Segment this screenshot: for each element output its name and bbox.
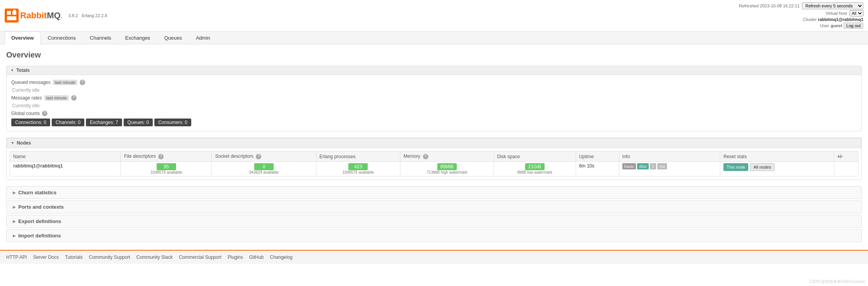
currently-idle-2: Currently idle [12,103,857,108]
tab-exchanges[interactable]: Exchanges [119,31,157,44]
col-info: Info [619,152,720,162]
disk-value: 21GiB [525,163,545,170]
totals-section-title: Totals [16,68,30,73]
export-collapse-icon: ▶ [13,219,16,223]
col-name: Name [10,152,121,162]
footer-http-api[interactable]: HTTP API [6,255,27,260]
tab-admin[interactable]: Admin [189,31,217,44]
ports-contexts-section[interactable]: ▶ Ports and contexts [6,201,862,213]
message-rates-row: Message rates last minute ? [11,95,857,101]
page-title: Overview [6,51,862,59]
footer-commercial-support[interactable]: Commercial Support [179,255,221,260]
user-row: User guest Log out [820,23,863,29]
col-uptime: Uptime [576,152,619,162]
cluster-value: rabbitmq1@rabbitmq1 [818,17,863,22]
erlang-proc-cell: 423 1048576 available [316,162,400,176]
churn-statistics-section[interactable]: ▶ Churn statistics [6,186,862,199]
queues-count[interactable]: Queues: 0 [124,119,153,126]
nodes-section-title: Nodes [17,140,31,146]
channels-count[interactable]: Channels: 0 [52,119,84,126]
node-name: rabbitmq1@rabbitmq1 [13,163,63,169]
logo: RabbitMQ. [5,9,62,23]
memory-value: 89MiB [437,163,457,170]
memory-sub: 713MiB high watermark [403,170,491,174]
export-definitions-section[interactable]: ▶ Export definitions [6,215,862,228]
consumers-count[interactable]: Consumers: 0 [154,119,191,126]
main-content: Overview ▼ Totals Queued messages last m… [0,44,868,250]
rabbitmq-logo-icon [5,9,19,23]
currently-idle-1: Currently idle [12,87,857,93]
import-definitions-section[interactable]: ▶ Import definitions [6,229,862,242]
virtual-host-row: Virtual host All [826,10,863,16]
memory-help-icon[interactable]: ? [423,154,428,159]
version-number: 3.8.2 [68,13,78,18]
footer-tutorials[interactable]: Tutorials [65,255,83,260]
queued-messages-label: Queued messages [11,80,51,85]
nodes-table: Name File descriptors ? Socket descripto… [10,151,858,176]
svg-rect-1 [7,11,11,15]
churn-label: Churn statistics [18,190,56,195]
import-collapse-icon: ▶ [13,234,16,238]
badge-basic: basic [622,163,636,169]
footer-server-docs[interactable]: Server Docs [33,255,59,260]
refresh-select[interactable]: Refresh every 5 seconds Refresh every 10… [802,2,863,9]
top-right: Refreshed 2023-10-08 16:22:11 Refresh ev… [739,2,863,29]
nodes-section-header[interactable]: ▼ Nodes [7,138,861,148]
disk-sub: 8MiB low watermark [497,170,573,174]
footer-github[interactable]: GitHub [249,255,264,260]
node-name-cell: rabbitmq1@rabbitmq1 [10,162,121,176]
badge-rss: rss [657,163,667,169]
svg-rect-3 [7,16,16,20]
footer: HTTP API Server Docs Tutorials Community… [0,250,868,264]
erlang-proc-available: 1048576 available [320,170,397,174]
connections-count[interactable]: Connections: 0 [11,119,50,126]
col-plus-minus[interactable]: +/- [834,152,858,162]
logo-text: RabbitMQ. [20,10,62,21]
logout-button[interactable]: Log out [844,23,863,29]
this-node-button[interactable]: This node [723,163,748,171]
socket-desc-available: 943629 available [215,170,313,174]
nodes-section: ▼ Nodes Name File descriptors ? Socket d… [6,138,862,180]
global-counts-label: Global counts [11,111,40,116]
tab-queues[interactable]: Queues [157,31,189,44]
totals-section: ▼ Totals Queued messages last minute ? C… [6,66,862,131]
file-desc-help-icon[interactable]: ? [158,154,164,159]
refresh-timestamp: Refreshed 2023-10-08 16:22:11 [739,3,800,8]
info-cell: basic disc 1 rss [619,162,720,176]
badge-disc: disc [637,163,649,169]
footer-plugins[interactable]: Plugins [228,255,243,260]
tab-connections[interactable]: Connections [41,31,82,44]
socket-desc-help-icon[interactable]: ? [256,154,261,159]
col-disk-space: Disk space [494,152,576,162]
footer-changelog[interactable]: Changelog [270,255,292,260]
col-memory: Memory ? [400,152,494,162]
virtual-host-select[interactable]: All [850,10,863,16]
tab-channels[interactable]: Channels [83,31,118,44]
global-counts-help-icon[interactable]: ? [42,111,47,116]
user-value: guest [831,23,842,28]
nodes-collapse-icon: ▼ [11,141,14,145]
all-nodes-button[interactable]: All nodes [750,163,774,171]
exchanges-count[interactable]: Exchanges: 7 [86,119,122,126]
erlang-proc-value: 423 [348,163,368,170]
queued-messages-help-icon[interactable]: ? [80,80,85,85]
file-desc-cell: 95 1048576 available [121,162,212,176]
col-reset-stats: Reset stats [720,152,834,162]
message-rates-badge: last minute [44,95,69,101]
main-nav: Overview Connections Channels Exchanges … [0,31,868,44]
message-rates-help-icon[interactable]: ? [71,95,77,101]
tab-overview[interactable]: Overview [5,31,40,44]
user-label: User [820,23,829,28]
col-socket-desc: Socket descriptors ? [212,152,316,162]
message-rates-label: Message rates [11,95,42,101]
logo-area: RabbitMQ. 3.8.2 Erlang 22.2.8 [5,9,107,23]
version-info: 3.8.2 Erlang 22.2.8 [68,13,107,18]
erlang-version: Erlang 22.2.8 [82,13,107,18]
cluster-label: Cluster [803,17,817,22]
top-bar: RabbitMQ. 3.8.2 Erlang 22.2.8 Refreshed … [0,0,868,31]
ports-label: Ports and contexts [18,204,64,210]
footer-community-slack[interactable]: Community Slack [136,255,173,260]
totals-section-header[interactable]: ▼ Totals [7,66,861,75]
col-erlang-proc: Erlang processes [316,152,400,162]
footer-community-support[interactable]: Community Support [89,255,130,260]
